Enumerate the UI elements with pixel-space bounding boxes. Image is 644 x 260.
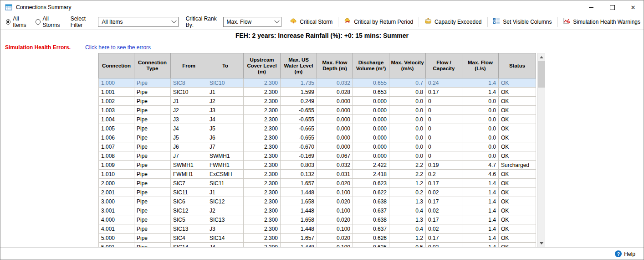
table-row[interactable]: 5.001PipeSIC14J42.3001.4480.1000.6250.50… bbox=[99, 243, 536, 248]
column-header[interactable]: To bbox=[207, 53, 244, 78]
critical-by-return-period-button[interactable]: Critical by Return Period bbox=[341, 16, 416, 27]
see-errors-link[interactable]: Click here to see the errors bbox=[85, 44, 151, 51]
cell: 4.7 bbox=[462, 161, 499, 170]
table-row[interactable]: 4.001PipeSIC13J32.3001.4480.1000.6370.40… bbox=[99, 224, 536, 234]
cell: 0.17 bbox=[426, 88, 462, 97]
minimize-button[interactable] bbox=[581, 0, 602, 14]
table-row[interactable]: 1.005PipeJ4J52.300-0.6650.0000.0000.000.… bbox=[99, 124, 536, 133]
cell: J4 bbox=[171, 124, 207, 133]
scrollbar-thumb[interactable] bbox=[538, 61, 545, 88]
cell: 0.17 bbox=[426, 215, 462, 224]
cell: 2.300 bbox=[244, 161, 281, 170]
cell: 0.000 bbox=[317, 142, 353, 151]
table-row[interactable]: 1.007PipeJ6J72.300-0.6700.0000.0000.000.… bbox=[99, 142, 536, 151]
column-header[interactable]: Status bbox=[499, 53, 536, 78]
cell: 0 bbox=[426, 142, 462, 151]
cell: Surcharged bbox=[499, 161, 536, 170]
column-header[interactable]: Upstream Cover Level (m) bbox=[244, 53, 281, 78]
cell: 0.000 bbox=[353, 133, 389, 142]
set-visible-columns-button[interactable]: Set Visible Columns bbox=[490, 16, 555, 27]
cell: 0.0 bbox=[462, 142, 499, 151]
simulation-health-warnings-icon bbox=[563, 17, 570, 26]
cell: J4 bbox=[207, 243, 244, 248]
column-header[interactable]: Connection bbox=[99, 53, 134, 78]
critical-storm-button[interactable]: Critical Storm bbox=[286, 16, 336, 27]
connections-table: ConnectionConnection TypeFromToUpstream … bbox=[98, 53, 536, 247]
cell: 1.657 bbox=[281, 234, 317, 243]
scroll-down-button[interactable] bbox=[538, 239, 545, 247]
cell: SIC5 bbox=[171, 215, 207, 224]
cell: 0.0 bbox=[462, 97, 499, 106]
cell: 4.001 bbox=[99, 224, 134, 234]
cell: OK bbox=[499, 197, 536, 206]
cell: SIC12 bbox=[171, 206, 207, 215]
table-row[interactable]: 1.002PipeJ1J22.3000.2490.0000.0000.000.0… bbox=[99, 97, 536, 106]
cell: Pipe bbox=[134, 142, 171, 151]
column-header[interactable]: Max. US Water Level (m) bbox=[281, 53, 317, 78]
cell: OK bbox=[499, 88, 536, 97]
arrow-up-icon bbox=[540, 56, 543, 58]
cell: 1.4 bbox=[462, 234, 499, 243]
table-row[interactable]: 1.006PipeJ5J62.300-0.6550.0000.0000.000.… bbox=[99, 133, 536, 142]
critical-by-return-period-icon bbox=[344, 17, 351, 26]
help-button[interactable]: ? Help bbox=[615, 250, 635, 257]
cell: 2.300 bbox=[244, 115, 281, 124]
critical-rank-dropdown[interactable]: Max. Flow bbox=[223, 17, 282, 27]
cell: 0.622 bbox=[353, 188, 389, 197]
cell: ExCSMH bbox=[207, 170, 244, 179]
table-row[interactable]: 2.000PipeSIC7SIC112.3001.6570.0200.6231.… bbox=[99, 179, 536, 188]
cell: SIC11 bbox=[171, 188, 207, 197]
scroll-up-button[interactable] bbox=[538, 53, 545, 61]
app-icon bbox=[5, 3, 13, 11]
maximize-button[interactable] bbox=[602, 0, 623, 14]
column-header[interactable]: Discharge Volume (m³) bbox=[353, 53, 389, 78]
column-header[interactable]: Max. Flow (L/s) bbox=[462, 53, 499, 78]
table-row[interactable]: 1.003PipeJ2J32.300-0.6550.0000.0000.000.… bbox=[99, 106, 536, 115]
cell: 0.803 bbox=[281, 161, 317, 170]
table-row[interactable]: 1.010PipeFWMH1ExCSMH2.3000.1320.0312.418… bbox=[99, 170, 536, 179]
cell: 2.300 bbox=[244, 133, 281, 142]
cell: 1.2 bbox=[389, 234, 426, 243]
select-filter-dropdown[interactable]: All Items bbox=[98, 17, 178, 27]
radio-all-items-label: All Items bbox=[13, 16, 30, 28]
column-header[interactable]: Connection Type bbox=[134, 53, 171, 78]
cell: -0.655 bbox=[281, 133, 317, 142]
table-row[interactable]: 4.000PipeSIC5SIC132.3001.6580.0200.6381.… bbox=[99, 215, 536, 224]
cell: 1.004 bbox=[99, 115, 134, 124]
radio-all-items[interactable]: All Items bbox=[6, 16, 30, 28]
cell: 0.000 bbox=[353, 124, 389, 133]
table-row[interactable]: 1.000PipeSIC8SIC102.3001.7350.0320.6550.… bbox=[99, 78, 536, 88]
cell: 3.001 bbox=[99, 206, 134, 215]
cell: 0.249 bbox=[281, 97, 317, 106]
capacity-exceeded-button[interactable]: Capacity Exceeded bbox=[421, 16, 485, 27]
table-row[interactable]: 3.001PipeSIC12J22.3001.4480.1000.6370.40… bbox=[99, 206, 536, 215]
cell: Pipe bbox=[134, 133, 171, 142]
column-header[interactable]: From bbox=[171, 53, 207, 78]
cell: 0.067 bbox=[317, 151, 353, 161]
cell: 0.4 bbox=[389, 224, 426, 234]
cell: 4.6 bbox=[462, 170, 499, 179]
cell: 0.020 bbox=[317, 234, 353, 243]
table-row[interactable]: 5.000PipeSIC4SIC142.3001.6570.0200.6261.… bbox=[99, 234, 536, 243]
table-row[interactable]: 1.009PipeSWMH1FWMH12.3000.8030.0322.4222… bbox=[99, 161, 536, 170]
simulation-health-warnings-button[interactable]: Simulation Health Warnings bbox=[560, 16, 644, 27]
cell: 1.658 bbox=[281, 215, 317, 224]
table-row[interactable]: 3.000PipeSIC6SIC122.3001.6580.0200.6381.… bbox=[99, 197, 536, 206]
table-row[interactable]: 1.008PipeJ7SWMH12.300-0.1690.0670.0000.0… bbox=[99, 151, 536, 161]
column-header[interactable]: Max. Velocity (m/s) bbox=[389, 53, 426, 78]
cell: J1 bbox=[171, 97, 207, 106]
simulation-health-warnings-label: Simulation Health Warnings bbox=[573, 19, 640, 25]
table-row[interactable]: 2.001PipeSIC11J12.3001.4480.1000.6220.20… bbox=[99, 188, 536, 197]
close-button[interactable]: ✕ bbox=[623, 0, 644, 14]
table-row[interactable]: 1.001PipeSIC10J12.3001.5990.0280.6530.80… bbox=[99, 88, 536, 97]
cell: 0.626 bbox=[353, 234, 389, 243]
vertical-scrollbar[interactable] bbox=[537, 53, 545, 247]
column-header[interactable]: Max. Flow Depth (m) bbox=[317, 53, 353, 78]
cell: J4 bbox=[207, 115, 244, 124]
cell: 0.020 bbox=[317, 197, 353, 206]
cell: Pipe bbox=[134, 106, 171, 115]
cell: 3.000 bbox=[99, 197, 134, 206]
column-header[interactable]: Flow / Capacity bbox=[426, 53, 462, 78]
radio-all-storms[interactable]: All Storms bbox=[36, 16, 63, 28]
table-row[interactable]: 1.004PipeJ3J42.300-0.6550.0000.0000.000.… bbox=[99, 115, 536, 124]
